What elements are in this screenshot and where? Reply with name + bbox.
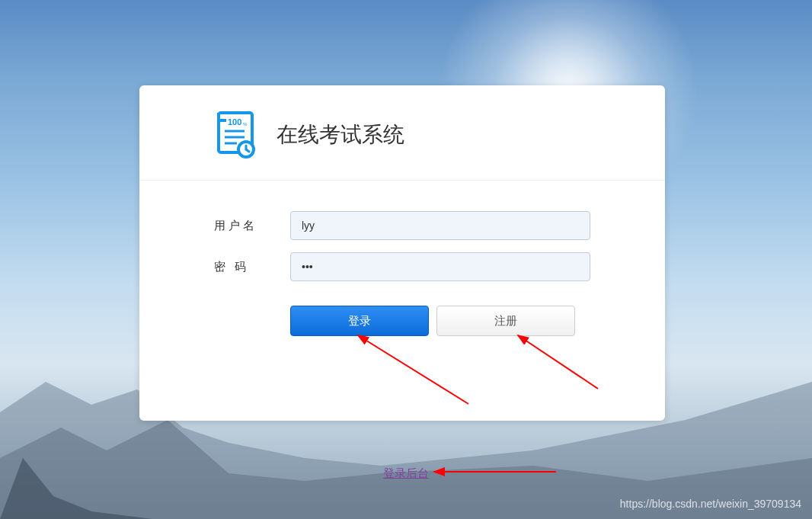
- password-row: 密 码: [214, 252, 590, 281]
- svg-text:100: 100: [228, 117, 241, 127]
- login-panel: 100 % 在线考试系统 用户名 密 码 登录 注册: [139, 85, 665, 421]
- backend-link-container: 登录后台: [0, 466, 812, 481]
- register-button[interactable]: 注册: [436, 306, 575, 336]
- username-input[interactable]: [290, 211, 590, 240]
- watermark-text: https://blog.csdn.net/weixin_39709134: [620, 498, 801, 510]
- panel-header: 100 % 在线考试系统: [139, 85, 665, 181]
- login-button[interactable]: 登录: [290, 306, 429, 336]
- button-row: 登录 注册: [214, 306, 590, 336]
- password-input[interactable]: [290, 252, 590, 281]
- svg-text:%: %: [243, 122, 248, 127]
- login-form: 用户名 密 码 登录 注册: [139, 181, 665, 336]
- password-label: 密 码: [214, 260, 290, 274]
- page-title: 在线考试系统: [277, 120, 404, 149]
- username-label: 用户名: [214, 219, 290, 233]
- exam-logo-icon: 100 %: [214, 111, 257, 159]
- backend-login-link[interactable]: 登录后台: [383, 466, 429, 479]
- username-row: 用户名: [214, 211, 590, 240]
